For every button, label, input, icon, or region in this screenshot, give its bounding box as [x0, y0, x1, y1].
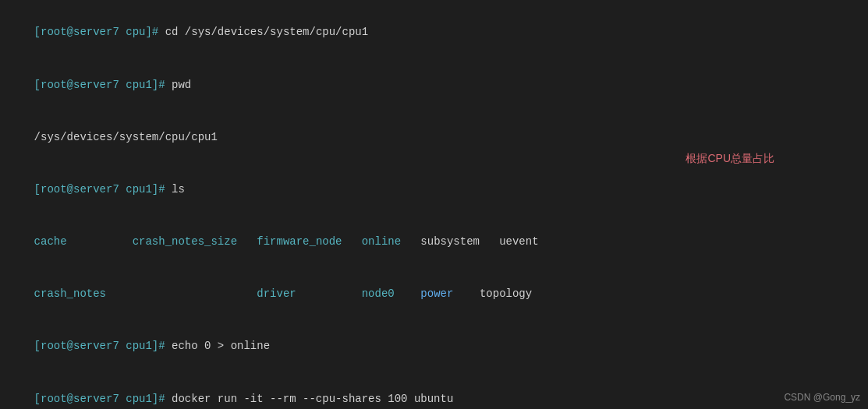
ls-line-1: cache crash_notes_size firmware_node onl… [8, 216, 860, 268]
line-1: [root@server7 cpu]# cd /sys/devices/syst… [8, 6, 860, 58]
ls-line-2: crash_notes driver node0 power topology [8, 268, 860, 320]
line-4: [root@server7 cpu1]# ls [8, 164, 860, 216]
line-2: [root@server7 cpu1]# pwd [8, 58, 860, 111]
cpu-annotation: 根据CPU总量占比 [686, 152, 774, 166]
line-docker: [root@server7 cpu1]# docker run -it --rm… [8, 372, 860, 409]
watermark: CSDN @Gong_yz [784, 392, 860, 403]
prompt-1: [root@server7 cpu]# [34, 26, 159, 38]
line-echo: [root@server7 cpu1]# echo 0 > online [8, 320, 860, 372]
terminal: [root@server7 cpu]# cd /sys/devices/syst… [0, 0, 868, 409]
